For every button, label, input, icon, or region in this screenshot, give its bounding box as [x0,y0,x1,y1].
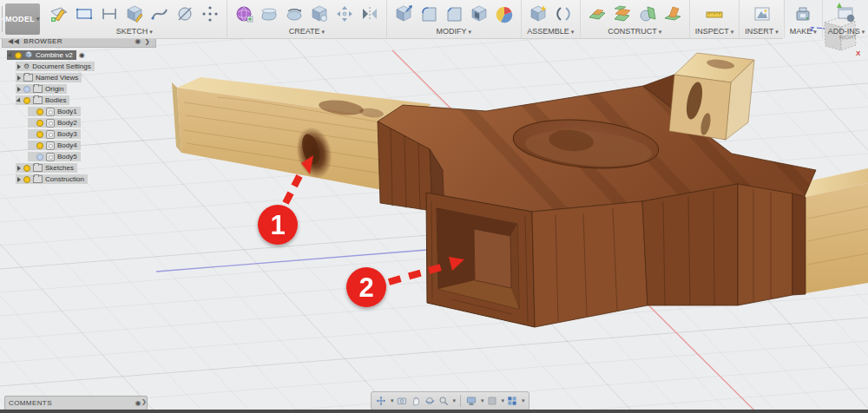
toolbar-group-label[interactable]: ADD-INS▾ [828,26,865,37]
comments-options-icon[interactable]: ◉ [135,399,141,407]
sketch-points-icon[interactable] [199,3,221,25]
chamfer-icon[interactable] [443,3,465,25]
visibility-bulb-icon[interactable] [23,86,30,93]
toolbar-group-label[interactable]: ASSEMBLE▾ [527,26,574,37]
rectangle-icon[interactable] [73,3,95,25]
tree-row-combine-v2[interactable]: Combine v2◉ [2,50,156,60]
shell-icon[interactable] [468,3,490,25]
sweep-curve-icon[interactable] [148,3,171,25]
toolbar-group-label[interactable]: INSPECT▾ [695,26,734,37]
expand-icon[interactable] [17,166,21,171]
tree-row-pill[interactable]: Sketches [16,163,77,173]
plane-midplane-icon[interactable] [611,3,634,25]
joint-icon[interactable] [552,3,575,25]
tree-row-body3[interactable]: Body3 [2,129,156,139]
viewports-icon[interactable] [506,395,518,407]
fillet-icon[interactable] [418,3,440,25]
pattern-icon[interactable] [333,3,356,25]
tree-row-pill[interactable]: Construction [16,174,88,184]
expand-icon[interactable] [17,177,21,182]
tree-row-body2[interactable]: Body2 [2,118,156,128]
visibility-bulb-icon[interactable] [36,131,43,138]
tree-row-pill[interactable]: ⚙Document Settings [16,62,95,71]
toolbar-group-label[interactable]: MAKE▾ [790,26,817,37]
tree-row-bodies[interactable]: Bodies [2,95,156,105]
plane-tangent-icon[interactable] [636,3,659,25]
tree-row-pill[interactable]: Body4 [28,141,81,150]
visibility-bulb-icon[interactable] [36,142,43,149]
tree-row-pill[interactable]: Body5 [28,152,81,161]
print-3d-icon[interactable] [792,3,814,25]
fit-view-icon[interactable] [396,395,408,407]
loft-icon[interactable] [258,3,280,25]
visibility-bulb-icon[interactable] [23,97,30,104]
expand-icon[interactable] [17,75,21,81]
expand-icon[interactable] [17,87,21,92]
visibility-bulb-icon[interactable] [15,52,22,59]
toolbar-group-label[interactable]: CREATE▾ [289,26,325,37]
create-sketch-icon[interactable] [48,3,70,25]
line-icon[interactable] [98,3,121,25]
visibility-bulb-icon[interactable] [36,120,43,127]
revolve-icon[interactable] [283,3,306,25]
form-icon[interactable] [233,3,255,25]
tree-row-label: Bodies [45,96,66,104]
hand-icon[interactable] [410,395,422,407]
project-icon[interactable] [174,3,196,25]
tree-row-body1[interactable]: Body1 [2,107,156,116]
toolbar-grip[interactable] [0,0,3,38]
appearance-icon[interactable] [493,3,516,25]
press-pull-icon[interactable] [392,3,415,25]
expand-icon[interactable] [17,64,21,69]
chevron-down-icon[interactable]: ▾ [453,397,457,404]
tree-row-pill[interactable]: Body2 [28,118,81,128]
chevron-down-icon[interactable]: ▾ [522,397,525,404]
toolbar-group-label[interactable]: INSERT▾ [745,26,778,37]
new-component-icon[interactable] [527,3,549,25]
tree-row-pill[interactable]: Bodies [16,95,69,105]
chevron-down-icon[interactable]: ▾ [502,397,505,404]
workspace-dropdown[interactable]: MODEL ▾ [5,3,40,35]
sketch-box-icon[interactable] [123,3,146,25]
display-settings-icon[interactable] [465,395,477,407]
toolbar-group-label[interactable]: CONSTRUCT▾ [608,26,661,37]
plane-angle-icon[interactable] [661,3,684,25]
tree-row-named-views[interactable]: Named Views [2,73,156,82]
tree-row-pill[interactable]: Body3 [28,129,81,139]
tree-row-pill[interactable]: Body1 [28,107,81,116]
tree-row-pill[interactable]: Combine v2 [7,50,76,60]
scripts-icon[interactable] [835,3,858,25]
orbit-icon[interactable] [424,395,436,407]
visibility-bulb-icon[interactable] [36,154,43,161]
visibility-bulb-icon[interactable] [23,176,30,183]
toolbar-group-label[interactable]: MODIFY▾ [437,26,472,37]
callout-2[interactable]: 2 [346,267,386,307]
mirror-icon[interactable] [358,3,381,25]
tree-row-body5[interactable]: Body5 [2,152,156,161]
visibility-bulb-icon[interactable] [36,108,43,115]
tree-row-document-settings[interactable]: ⚙Document Settings [2,62,156,71]
pan-icon[interactable] [375,395,387,407]
comments-bar[interactable]: COMMENTS ◉ [4,396,148,410]
tree-row-pill[interactable]: Origin [16,84,67,94]
tree-row-pill[interactable]: Named Views [16,73,82,82]
chevron-down-icon[interactable]: ▾ [391,397,394,404]
visibility-bulb-icon[interactable] [23,165,30,172]
tree-row-construction[interactable]: Construction [2,174,156,184]
primitive-box-icon[interactable] [308,3,331,25]
collapse-icon[interactable] [16,97,22,103]
grid-settings-icon[interactable] [486,395,498,407]
comments-expander-icon[interactable]: ❯ [141,398,147,405]
chevron-down-icon[interactable]: ▾ [481,397,484,404]
zoom-icon[interactable] [437,395,450,407]
measure-icon[interactable] [703,3,726,25]
canvas-icon[interactable] [751,3,773,25]
tree-row-origin[interactable]: Origin [2,84,156,94]
toolbar-group-label[interactable]: SKETCH▾ [116,26,153,37]
plane-offset-icon[interactable] [586,3,608,25]
collapse-icon[interactable] [7,52,13,58]
tree-row-body4[interactable]: Body4 [2,141,156,150]
tree-row-sketches[interactable]: Sketches [2,163,156,173]
activate-component-radio-icon[interactable]: ◉ [79,51,85,59]
callout-1[interactable]: 1 [258,205,298,245]
